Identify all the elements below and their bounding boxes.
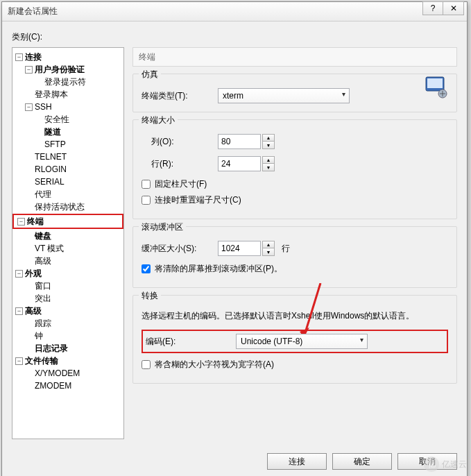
spinner-up-icon[interactable]: ▲ <box>263 241 274 248</box>
tree-item-telnet[interactable]: TELNET <box>22 151 123 163</box>
tree-item-connection[interactable]: −连接 <box>12 51 123 63</box>
spinner-up-icon[interactable]: ▲ <box>263 135 274 142</box>
tree-item-vtmode[interactable]: VT 模式 <box>22 242 123 255</box>
terminal-highlight: −终端 <box>12 214 123 229</box>
push-cleared-checkbox[interactable] <box>142 264 151 273</box>
encoding-select[interactable] <box>236 334 368 349</box>
tree-item-filetransfer[interactable]: −文件传输 <box>12 355 123 367</box>
tree-item-xymodem[interactable]: X/YMODEM <box>22 367 123 380</box>
collapse-icon[interactable]: − <box>25 66 33 74</box>
panel-header: 终端 <box>132 47 457 67</box>
cols-input[interactable] <box>218 134 261 149</box>
columns: −连接 −用户身份验证 登录提示符 登录脚本 −SSH 安全性 <box>12 47 457 439</box>
tree-item-keepalive[interactable]: 保持活动状态 <box>22 201 123 213</box>
tree-item-advanced[interactable]: 高级 <box>22 255 123 267</box>
push-cleared-label: 将清除的屏幕推到滚动缓冲区(P)。 <box>155 263 282 275</box>
tree-item-window[interactable]: 窗口 <box>22 280 123 292</box>
cols-label: 列(O): <box>142 136 218 148</box>
tree-item-trace[interactable]: 跟踪 <box>22 317 123 330</box>
tree-item-highlight[interactable]: 突出 <box>22 292 123 305</box>
titlebar-buttons: ? ✕ <box>422 2 464 21</box>
tree-item-bell[interactable]: 钟 <box>22 330 123 342</box>
cancel-button[interactable]: 取消 <box>397 453 457 470</box>
spinner-up-icon[interactable]: ▲ <box>263 157 274 164</box>
svg-rect-1 <box>427 78 443 88</box>
tree-item-terminal[interactable]: −终端 <box>15 215 121 228</box>
titlebar: 新建会话属性 ? ✕ <box>2 2 467 22</box>
dialog-content: 类别(C): −连接 −用户身份验证 登录提示符 登录脚本 <box>2 22 467 446</box>
buffer-unit: 行 <box>282 243 290 255</box>
tree-item-logging[interactable]: 日志记录 <box>22 342 123 355</box>
reset-size-checkbox[interactable] <box>142 196 151 205</box>
tree-item-serial[interactable]: SERIAL <box>22 176 123 188</box>
group-title: 滚动缓冲区 <box>139 221 186 233</box>
rows-label: 行(R): <box>142 158 218 170</box>
dialog-title: 新建会话属性 <box>8 6 58 17</box>
tree-item-ssh[interactable]: −SSH <box>22 101 123 113</box>
emulation-group: 仿真 终端类型(T): <box>132 74 457 112</box>
scrollback-group: 滚动缓冲区 缓冲区大小(S): ▲▼ 行 将清除的屏幕推到滚动缓冲区(P)。 <box>132 226 457 288</box>
dialog-buttons: 连接 确定 取消 <box>2 446 467 476</box>
tree-item-advanced2[interactable]: −高级 <box>12 305 123 317</box>
group-title: 仿真 <box>139 69 161 80</box>
tree-item-login-script[interactable]: 登录脚本 <box>22 88 123 101</box>
translation-group: 转换 选择远程主机的编码。已选择默认语言时Xshell使用Windows的默认语… <box>132 295 457 384</box>
collapse-icon[interactable]: − <box>15 357 23 365</box>
terminal-icon <box>425 76 448 99</box>
group-title: 终端大小 <box>139 114 178 126</box>
reset-size-label: 连接时重置端子尺寸(C) <box>155 194 241 206</box>
tree-item-appearance[interactable]: −外观 <box>12 267 123 280</box>
group-title: 转换 <box>139 290 161 302</box>
spinner-down-icon[interactable]: ▼ <box>263 248 274 255</box>
cols-spinner[interactable]: ▲▼ <box>262 134 275 149</box>
ambiguous-wide-checkbox[interactable] <box>142 360 151 369</box>
ok-button[interactable]: 确定 <box>332 453 392 470</box>
fixed-cols-label: 固定柱尺寸(F) <box>155 178 207 190</box>
terminal-type-select[interactable] <box>218 88 350 103</box>
encoding-label: 编码(E): <box>146 336 236 348</box>
collapse-icon[interactable]: − <box>15 53 23 61</box>
tree-item-zmodem[interactable]: ZMODEM <box>22 380 123 392</box>
buffer-spinner[interactable]: ▲▼ <box>262 241 275 256</box>
fixed-cols-checkbox[interactable] <box>142 180 151 189</box>
encoding-highlight: 编码(E): <box>142 330 448 353</box>
category-label: 类别(C): <box>12 31 457 43</box>
terminal-type-label: 终端类型(T): <box>142 90 218 102</box>
collapse-icon[interactable]: − <box>15 270 23 278</box>
spinner-down-icon[interactable]: ▼ <box>263 164 274 171</box>
translation-info: 选择远程主机的编码。已选择默认语言时Xshell使用Windows的默认语言。 <box>142 309 448 323</box>
tree-item-security[interactable]: 安全性 <box>32 113 123 126</box>
tree-item-sftp[interactable]: SFTP <box>32 138 123 151</box>
help-button[interactable]: ? <box>422 1 443 15</box>
spinner-down-icon[interactable]: ▼ <box>263 142 274 148</box>
buffer-size-input[interactable] <box>218 241 261 256</box>
category-tree[interactable]: −连接 −用户身份验证 登录提示符 登录脚本 −SSH 安全性 <box>12 47 124 439</box>
tree-item-keyboard[interactable]: 键盘 <box>22 230 123 242</box>
tree-item-rlogin[interactable]: RLOGIN <box>22 163 123 176</box>
collapse-icon[interactable]: − <box>25 103 33 111</box>
connect-button[interactable]: 连接 <box>267 453 327 470</box>
close-button[interactable]: ✕ <box>443 1 464 15</box>
collapse-icon[interactable]: − <box>15 307 23 315</box>
collapse-icon[interactable]: − <box>17 218 25 226</box>
ambiguous-wide-label: 将含糊的大小字符视为宽字符(A) <box>155 359 274 371</box>
rows-spinner[interactable]: ▲▼ <box>262 156 275 171</box>
rows-input[interactable] <box>218 156 261 171</box>
settings-panel: 终端 仿真 终端类型(T): 终端大小 列(O): <box>132 47 457 439</box>
tree-item-proxy[interactable]: 代理 <box>22 188 123 201</box>
dialog-window: 新建会话属性 ? ✕ 类别(C): −连接 −用户身份验证 登录提示符 <box>1 1 468 476</box>
terminal-size-group: 终端大小 列(O): ▲▼ 行(R): ▲▼ 固定柱尺寸(F) 连接时重置端子尺… <box>132 119 457 219</box>
tree-item-auth[interactable]: −用户身份验证 <box>22 63 123 76</box>
buffer-size-label: 缓冲区大小(S): <box>142 243 218 255</box>
tree-item-tunnel[interactable]: 隧道 <box>32 126 123 138</box>
tree-item-login-prompt[interactable]: 登录提示符 <box>32 76 123 88</box>
